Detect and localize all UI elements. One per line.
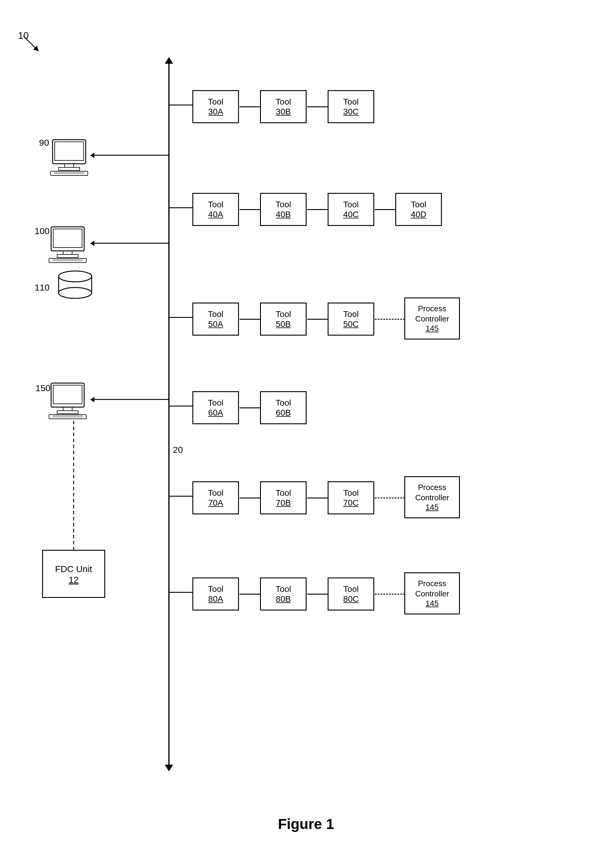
svg-point-16 [59,271,92,282]
main-bus [168,60,169,766]
bus-to-row30-arrow [169,105,193,105]
tool-60A: Tool 60A [193,391,239,424]
svg-rect-4 [65,164,74,167]
svg-rect-11 [63,251,72,254]
tool-80A: Tool 80A [193,577,239,611]
tool-80B: Tool 80B [260,577,307,611]
svg-rect-23 [57,411,78,414]
ref-110: 110 [34,282,50,293]
arrow-40A-40B [239,209,261,210]
bus-arrow-top [165,57,173,64]
arrow-80A-80B [239,594,261,595]
tool-40C: Tool 40C [328,193,374,226]
tool-50A: Tool 50A [193,302,239,336]
tool-80C: Tool 80C [328,577,374,611]
arrow-90-to-bus [91,155,169,156]
ref-150: 150 [36,383,51,393]
arrow-50C-pc [375,319,405,320]
arrow-30A-30B [239,106,261,107]
arrow-80B-80C [307,594,328,595]
bus-to-row70-arrow [169,496,193,497]
workstation-100 [47,225,90,264]
process-controller-80: ProcessController 145 [404,572,460,614]
arrow-70A-70B [239,498,261,498]
svg-rect-21 [53,385,82,404]
tool-40A: Tool 40A [193,193,239,226]
tool-70B: Tool 70B [260,481,307,515]
tool-60B: Tool 60B [260,391,307,424]
svg-rect-5 [59,167,80,170]
ref-10-arrow [20,33,45,57]
tool-40B: Tool 40B [260,193,307,226]
svg-rect-13 [49,258,86,263]
arrow-50B-50C [307,319,328,320]
tool-50C: Tool 50C [328,302,374,336]
svg-rect-6 [51,171,88,175]
arrow-50A-50B [239,319,261,320]
tool-30A: Tool 30A [193,90,239,123]
process-controller-50: ProcessController 145 [404,298,460,339]
ref-90: 90 [39,138,49,148]
ref-100: 100 [34,226,50,236]
arrow-70B-70C [307,498,328,498]
tool-70C: Tool 70C [328,481,374,515]
tool-30C: Tool 30C [328,90,374,123]
workstation-90 [48,138,90,177]
arrow-70C-pc [375,498,405,498]
arrow-100-to-bus [91,243,169,244]
fdc-unit: FDC Unit 12 [42,550,105,598]
bus-to-row40-arrow [169,207,193,208]
bus-to-row60-arrow [169,406,193,406]
svg-rect-12 [57,254,78,257]
arrow-30B-30C [307,106,328,107]
svg-rect-10 [53,229,82,248]
svg-rect-22 [63,407,72,411]
arrow-40B-40C [307,209,328,210]
bus-to-row80-arrow [169,592,193,593]
workstation-150 [47,381,90,421]
bus-to-row50-arrow [169,317,193,318]
svg-rect-24 [49,415,86,419]
disk-110 [57,270,93,302]
arrow-80C-pc [375,594,405,595]
tool-70A: Tool 70A [193,481,239,515]
bus-label: 20 [173,445,183,455]
tool-30B: Tool 30B [260,90,307,123]
tool-50B: Tool 50B [260,302,307,336]
fdc-to-computer-line [72,421,75,553]
svg-rect-3 [55,142,84,160]
bus-arrow-bottom [165,765,173,771]
figure-caption: Figure 1 [0,816,612,832]
arrow-40C-40D [375,209,396,210]
arrow-150-to-bus [91,399,169,400]
tool-40D: Tool 40D [395,193,442,226]
svg-point-19 [59,288,92,298]
arrow-60A-60B [239,408,261,408]
diagram: 10 20 Tool 30A Tool 30B Tool 30C [0,24,612,850]
process-controller-70: ProcessController 145 [404,476,460,518]
